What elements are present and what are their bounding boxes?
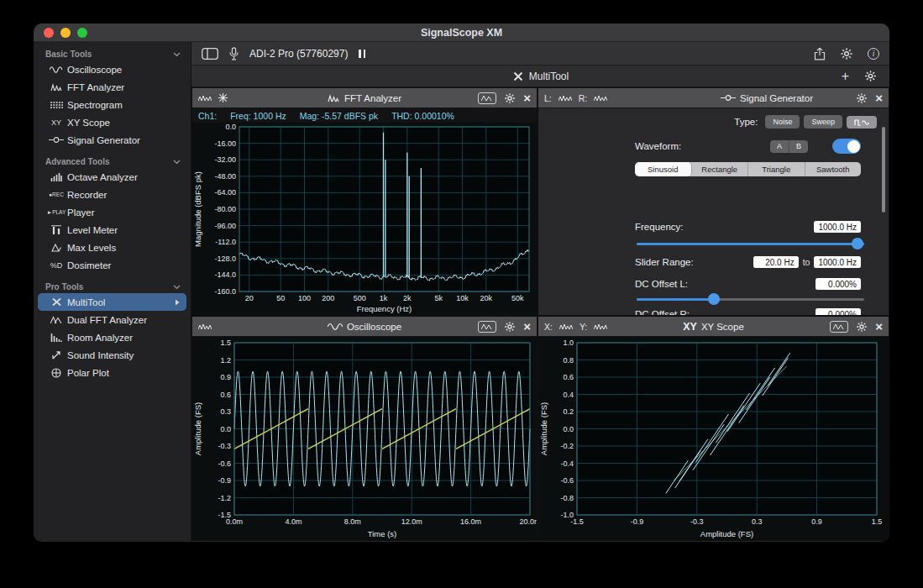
xy-settings-gear-icon[interactable] xyxy=(856,321,868,333)
sidebar-item-xy-scope[interactable]: XY XY Scope xyxy=(38,113,186,131)
svg-text:-0.8: -0.8 xyxy=(560,494,574,502)
osc-settings-gear-icon[interactable] xyxy=(504,321,516,333)
slider-thumb[interactable] xyxy=(708,293,720,305)
sidebar-item-oscilloscope[interactable]: Oscilloscope xyxy=(38,60,186,78)
fft-chart: 20501002005001k2k5k10k20k50k0.0-16.00-32… xyxy=(192,123,537,315)
svg-text:Amplitude (FS): Amplitude (FS) xyxy=(539,402,548,455)
slider-thumb[interactable] xyxy=(852,238,863,249)
sidebar-item-octave-analyzer[interactable]: Octave Analyzer xyxy=(38,168,186,186)
sidebar-item-room-analyzer[interactable]: Room Analyzer xyxy=(38,328,186,346)
sidebar-item-label: Dual FFT Analyzer xyxy=(67,315,147,325)
close-panel-icon[interactable]: × xyxy=(523,320,531,333)
minimize-window-button[interactable] xyxy=(60,28,71,38)
share-icon[interactable] xyxy=(814,47,826,60)
range-max-field[interactable]: 1000.0 Hz xyxy=(814,256,861,268)
sidebar-item-polar-plot[interactable]: Polar Plot xyxy=(38,364,186,381)
svg-text:0.6: 0.6 xyxy=(220,391,231,399)
dc-offset-r-field[interactable]: 0.000% xyxy=(815,308,861,315)
xy-scope-header[interactable]: X: Y: XY XY Scope xyxy=(538,317,889,337)
fft-thd-readout: THD: 0.00010% xyxy=(391,111,454,121)
fft-panel-header[interactable]: FFT Analyzer × xyxy=(192,88,537,108)
svg-text:-0.9: -0.9 xyxy=(631,517,644,526)
left-channel-label: L: xyxy=(544,93,552,103)
disclosure-arrow-icon[interactable] xyxy=(175,299,180,306)
sidebar-item-label: Dosimeter xyxy=(67,260,111,270)
scrollbar[interactable] xyxy=(882,127,885,213)
waveform-sawtooth-segment[interactable]: Sawtooth xyxy=(805,162,862,176)
waveform-rectangle-segment[interactable]: Rectangle xyxy=(692,162,749,176)
multitool-icon xyxy=(512,71,524,81)
spectrogram-icon xyxy=(45,101,67,109)
svg-text:Magnitude (dBFS pk): Magnitude (dBFS pk) xyxy=(193,171,202,247)
channel-b-button[interactable]: B xyxy=(789,140,808,153)
title-bar[interactable]: SignalScope XM xyxy=(34,24,889,42)
chevron-down-icon xyxy=(173,52,181,57)
sidebar-item-spectrogram[interactable]: Spectrogram xyxy=(38,96,186,113)
left-output-meter-icon[interactable] xyxy=(559,94,572,102)
input-meter-icon[interactable] xyxy=(198,94,212,102)
info-icon[interactable]: i xyxy=(868,48,879,60)
fft-mag-readout: Mag: -5.57 dBFS pk xyxy=(300,111,378,121)
type-sweep-button[interactable]: Sweep xyxy=(804,115,842,129)
sidebar-item-player[interactable]: ►PLAY Player xyxy=(38,203,186,221)
chart-display-toggle-button[interactable] xyxy=(478,92,496,104)
sidebar-section-pro-tools[interactable]: Pro Tools xyxy=(34,280,191,293)
y-input-meter-icon[interactable] xyxy=(594,323,607,331)
channel-a-button[interactable]: A xyxy=(770,140,789,153)
fft-settings-gear-icon[interactable] xyxy=(504,92,516,104)
svg-text:10k: 10k xyxy=(456,294,469,302)
type-label: Type: xyxy=(734,117,758,127)
waveform-sinusoid-segment[interactable]: Sinusoid xyxy=(635,162,692,176)
sidebar-section-basic-tools[interactable]: Basic Tools xyxy=(34,47,191,60)
sidebar-item-dosimeter[interactable]: %D Dosimeter xyxy=(38,256,186,274)
waveform-triangle-segment[interactable]: Triangle xyxy=(748,162,805,176)
sidebar-item-level-meter[interactable]: Level Meter xyxy=(38,221,186,239)
chart-display-toggle-button[interactable] xyxy=(478,321,496,333)
device-selector[interactable]: ADI-2 Pro (57760297) xyxy=(249,48,348,60)
multitool-settings-gear-icon[interactable] xyxy=(864,70,877,82)
oscilloscope-header[interactable]: Oscilloscope × xyxy=(192,317,537,337)
sidebar-section-advanced-tools[interactable]: Advanced Tools xyxy=(34,155,191,168)
close-panel-icon[interactable]: × xyxy=(875,92,883,104)
sidebar-item-multitool[interactable]: MultiTool xyxy=(38,293,186,311)
siggen-settings-gear-icon[interactable] xyxy=(856,92,868,104)
signal-generator-header[interactable]: L: R: Signal Generator × xyxy=(538,88,889,108)
close-panel-icon[interactable]: × xyxy=(875,320,883,333)
frequency-slider[interactable] xyxy=(637,238,864,249)
frequency-value-field[interactable]: 1000.0 Hz xyxy=(814,221,861,233)
sidebar-item-dual-fft-analyzer[interactable]: Dual FFT Analyzer xyxy=(38,311,186,328)
type-noise-button[interactable]: Noise xyxy=(765,115,800,129)
waveform-enable-toggle[interactable] xyxy=(832,139,861,154)
input-meter-icon[interactable] xyxy=(198,323,212,331)
svg-text:2k: 2k xyxy=(403,294,412,302)
svg-text:-16.00: -16.00 xyxy=(214,139,236,148)
channel-settings-gear-icon[interactable] xyxy=(840,47,853,60)
x-input-meter-icon[interactable] xyxy=(559,323,573,331)
sidebar-item-recorder[interactable]: ●REC Recorder xyxy=(38,186,186,203)
signal-generator-title: Signal Generator xyxy=(740,93,813,103)
sidebar-toggle-button[interactable] xyxy=(202,48,218,60)
sidebar-item-sound-intensity[interactable]: Sound Intensity xyxy=(38,346,186,364)
dc-offset-r-label: DC Offset R: xyxy=(635,309,690,315)
zoom-window-button[interactable] xyxy=(77,28,87,38)
dc-offset-l-slider[interactable] xyxy=(637,293,864,305)
fft-status-bar: Ch1: Freq: 1000 Hz Mag: -5.57 dBFS pk TH… xyxy=(192,108,537,123)
sidebar-item-signal-generator[interactable]: Signal Generator xyxy=(38,131,186,149)
sidebar-item-max-levels[interactable]: Max Levels xyxy=(38,239,186,256)
close-window-button[interactable] xyxy=(44,28,54,38)
oscilloscope-panel: Oscilloscope × 0.0m4.0m8.0m12.0m16.0m20.… xyxy=(191,316,538,541)
right-output-meter-icon[interactable] xyxy=(594,94,607,102)
microphone-icon[interactable] xyxy=(229,47,239,60)
sidebar-item-fft-analyzer[interactable]: FFT Analyzer xyxy=(38,78,186,96)
svg-text:20.0m: 20.0m xyxy=(519,517,537,526)
svg-text:-112.0: -112.0 xyxy=(215,238,236,246)
add-tool-button[interactable]: + xyxy=(842,70,849,83)
close-panel-icon[interactable]: × xyxy=(523,92,531,104)
range-min-field[interactable]: 20.0 Hz xyxy=(753,256,799,268)
oscilloscope-title: Oscilloscope xyxy=(347,322,401,332)
freeze-icon[interactable] xyxy=(218,93,228,102)
dc-offset-l-field[interactable]: 0.000% xyxy=(815,278,861,290)
type-tone-button[interactable] xyxy=(847,116,877,129)
pause-button[interactable] xyxy=(359,50,365,58)
chart-display-toggle-button[interactable] xyxy=(830,321,848,333)
